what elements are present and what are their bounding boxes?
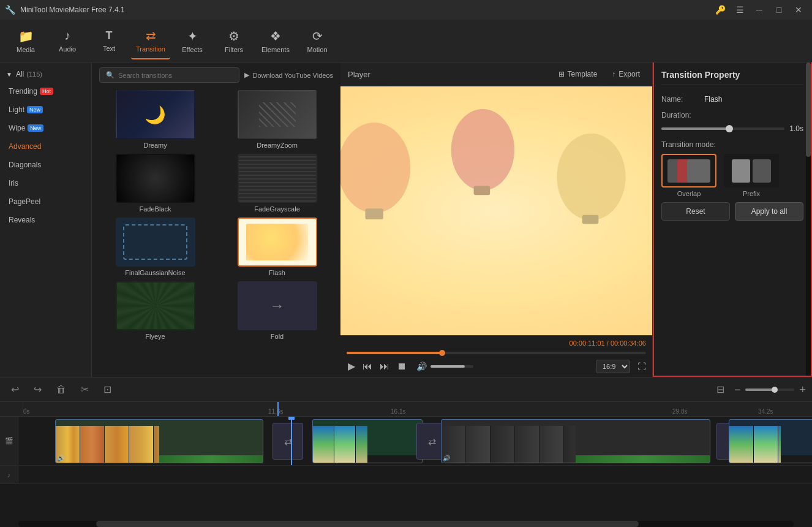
video-clip-3[interactable]: 🔊 <box>441 419 710 463</box>
transition-label-flash: Flash <box>269 269 285 276</box>
toolbar-item-effects[interactable]: ✦ Effects <box>173 23 212 59</box>
mode-overlap-button[interactable]: Overlap <box>661 154 716 197</box>
sidebar-all-header[interactable]: ▼ All (115) <box>0 66 91 82</box>
transition-thumb-fadegrayscale[interactable] <box>238 154 317 203</box>
transition-thumb-fadeblack[interactable] <box>116 154 195 203</box>
duration-slider: 1.0s <box>661 124 803 133</box>
volume-icon[interactable]: 🔊 <box>415 360 428 373</box>
toolbar-item-elements[interactable]: ❖ Elements <box>256 23 295 59</box>
transition-item-fadeblack[interactable]: FadeBlack <box>97 154 214 213</box>
audio-track-row: ♪ <box>0 466 812 484</box>
prev-button[interactable]: ⏮ <box>361 360 374 373</box>
timeline-split-icon[interactable]: ⊟ <box>712 381 729 398</box>
play-button[interactable]: ▶ <box>347 359 356 373</box>
video-track-label: 🎬 <box>0 417 18 465</box>
sidebar-item-diagonals[interactable]: Diagonals <box>0 156 91 174</box>
timeline-scrollbar-thumb[interactable] <box>96 521 639 527</box>
clip3-volume-icon: 🔊 <box>443 455 450 461</box>
stop-button[interactable]: ⏹ <box>396 360 408 373</box>
yt-download-button[interactable]: ▶ Download YouTube Videos <box>244 71 334 79</box>
transition-item-flyeye[interactable]: Flyeye <box>97 281 214 340</box>
crop-button[interactable]: ⊡ <box>99 381 116 398</box>
sidebar-iris-label: Iris <box>9 179 18 188</box>
panel-scrollbar-thumb[interactable] <box>806 63 811 156</box>
playhead-ruler <box>277 402 279 416</box>
sidebar-item-iris[interactable]: Iris <box>0 174 91 192</box>
toolbar-item-media[interactable]: 📁 Media <box>6 23 45 59</box>
transition-item-flash[interactable]: Flash <box>219 218 336 276</box>
duration-thumb[interactable] <box>726 125 733 132</box>
close-button[interactable]: ✕ <box>790 2 807 17</box>
zoom-slider-track[interactable] <box>745 389 794 391</box>
volume-bar[interactable] <box>430 365 473 368</box>
video-clip-4[interactable] <box>729 419 812 463</box>
transition-item-dreamyzoom[interactable]: DreamyZoom <box>219 90 336 149</box>
help-button[interactable]: 🔑 <box>712 2 729 17</box>
svg-rect-10 <box>340 86 652 335</box>
toolbar-item-audio[interactable]: ♪ Audio <box>48 23 87 59</box>
sidebar-item-light[interactable]: Light New <box>0 100 91 119</box>
sidebar-item-trending[interactable]: Trending Hot <box>0 82 91 100</box>
toolbar-item-filters[interactable]: ⚙ Filters <box>214 23 254 59</box>
transition-thumb-fold[interactable] <box>238 281 317 330</box>
reset-button[interactable]: Reset <box>661 202 730 221</box>
toolbar-item-motion[interactable]: ⟳ Motion <box>298 23 337 59</box>
toolbar-item-text[interactable]: T Text <box>89 23 129 59</box>
video-clip-1[interactable]: 🔊 <box>55 419 263 463</box>
progress-bar[interactable] <box>347 352 646 354</box>
sidebar-item-reveals[interactable]: Reveals <box>0 211 91 229</box>
cut-button[interactable]: ✂ <box>76 381 94 398</box>
template-button[interactable]: ⊞ Template <box>554 67 603 81</box>
transition-item-fadegrayscale[interactable]: FadeGrayscale <box>219 154 336 213</box>
time-mark-342: 34.2s <box>758 408 773 415</box>
transition-thumb-dreamyzoom[interactable] <box>238 90 317 139</box>
timeline-scrollbar[interactable] <box>18 521 794 527</box>
prefix-right-seg <box>753 159 771 183</box>
transition-item-gaussian[interactable]: FinalGaussianNoise <box>97 218 214 276</box>
next-button[interactable]: ⏭ <box>378 360 391 373</box>
motion-icon: ⟳ <box>312 29 323 44</box>
zoom-out-button[interactable]: − <box>734 384 741 395</box>
search-input[interactable] <box>118 72 233 79</box>
search-box[interactable]: 🔍 <box>99 67 239 83</box>
menu-button[interactable]: ☰ <box>731 2 748 17</box>
timeline: ↩ ↪ 🗑 ✂ ⊡ ⊟ − + 0s 11.6s 16.1s 29.8s <box>0 377 812 527</box>
fullscreen-button[interactable]: ⛶ <box>637 362 646 371</box>
player-title: Player <box>348 70 370 79</box>
panel-collapse-button[interactable]: ‹ <box>653 210 654 229</box>
overlap-right <box>687 159 710 183</box>
transition-item-dreamy[interactable]: Dreamy <box>97 90 214 149</box>
sidebar-item-wipe[interactable]: Wipe New <box>0 119 91 137</box>
timeline-ruler: 0s 11.6s 16.1s 29.8s 34.2s <box>0 402 812 417</box>
toolbar-item-transition[interactable]: ⇄ Transition <box>131 23 170 59</box>
prefix-thumb <box>724 154 779 188</box>
transition-label-fadeblack: FadeBlack <box>140 205 171 213</box>
minimize-button[interactable]: ─ <box>751 2 768 17</box>
progress-fill <box>347 352 442 354</box>
transition-item-fold[interactable]: Fold <box>219 281 336 340</box>
transition-thumb-flyeye[interactable] <box>116 281 195 330</box>
elements-icon: ❖ <box>270 29 281 44</box>
maximize-button[interactable]: □ <box>770 2 788 17</box>
transition-thumb-flash[interactable] <box>238 218 317 267</box>
duration-track[interactable] <box>661 127 784 130</box>
zoom-thumb[interactable] <box>772 387 778 393</box>
apply-all-button[interactable]: Apply to all <box>735 202 803 221</box>
sidebar-item-advanced[interactable]: Advanced <box>0 137 91 156</box>
undo-button[interactable]: ↩ <box>6 381 24 398</box>
redo-button[interactable]: ↪ <box>29 381 47 398</box>
transition-thumb-dreamy[interactable] <box>116 90 195 139</box>
playhead[interactable] <box>291 417 292 465</box>
transition-thumb-gaussian[interactable] <box>116 218 195 267</box>
transition-clip-1[interactable]: ⇄ <box>273 423 303 460</box>
aspect-ratio-select[interactable]: 16:9 <box>596 360 630 373</box>
video-clip-2[interactable] <box>312 419 423 463</box>
mode-prefix-button[interactable]: Prefix <box>724 154 779 197</box>
transition-label-dreamyzoom: DreamyZoom <box>257 142 298 149</box>
export-button[interactable]: ↑ Export <box>607 67 645 81</box>
property-panel-title: Transition Property <box>661 70 803 85</box>
zoom-in-button[interactable]: + <box>799 384 806 395</box>
sidebar-item-pagepeel[interactable]: PagePeel <box>0 192 91 211</box>
delete-button[interactable]: 🗑 <box>51 381 71 398</box>
transition-mode-label: Transition mode: <box>661 140 803 149</box>
